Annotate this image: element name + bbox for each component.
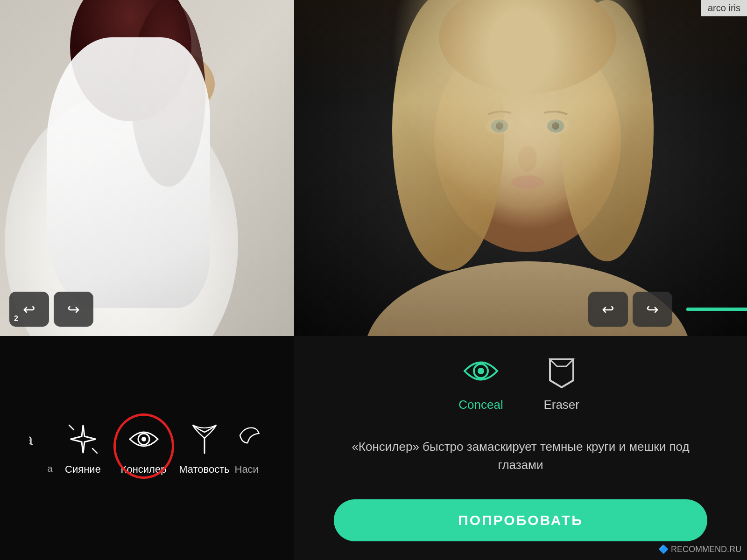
glow-label: Сияние bbox=[65, 463, 101, 476]
concealer-icon bbox=[125, 420, 162, 458]
left-controls: ↩ 2 ↪ bbox=[9, 292, 93, 327]
tool-item-glow[interactable]: Сияние bbox=[53, 420, 113, 476]
undo-button[interactable]: ↩ 2 bbox=[9, 292, 49, 327]
right-undo-icon: ↩ bbox=[602, 301, 614, 318]
undo-count: 2 bbox=[14, 315, 18, 323]
svg-point-5 bbox=[131, 0, 205, 187]
svg-line-23 bbox=[69, 425, 74, 430]
right-controls: ↩ ↪ bbox=[588, 292, 747, 327]
partial-right-icon bbox=[235, 420, 265, 458]
svg-point-11 bbox=[439, 0, 616, 93]
partial-right-label: Наси bbox=[235, 463, 259, 476]
bottom-section: а а Сияние bbox=[0, 336, 747, 560]
svg-point-17 bbox=[552, 122, 559, 130]
svg-text:а: а bbox=[29, 431, 33, 448]
svg-point-19 bbox=[511, 175, 544, 189]
svg-line-24 bbox=[92, 448, 97, 453]
tool-options: Conceal Eraser bbox=[458, 350, 582, 412]
try-button-label: ПОПРОБОВАТЬ bbox=[458, 512, 583, 528]
svg-point-9 bbox=[392, 0, 504, 271]
redo-arrow-icon: ↪ bbox=[67, 301, 80, 318]
svg-point-26 bbox=[141, 437, 146, 441]
conceal-label: Conceal bbox=[458, 398, 503, 412]
right-redo-button[interactable]: ↪ bbox=[633, 292, 672, 327]
tool-item-concealer[interactable]: Консилер bbox=[113, 420, 174, 476]
svg-point-13 bbox=[542, 118, 570, 134]
tools-panel: а а Сияние bbox=[0, 336, 294, 560]
redo-button[interactable]: ↪ bbox=[54, 292, 93, 327]
glow-icon bbox=[64, 420, 102, 458]
svg-point-16 bbox=[547, 119, 564, 133]
tool-item-partial-right[interactable]: Наси bbox=[235, 420, 265, 476]
top-section: ↩ 2 ↪ bbox=[0, 0, 747, 336]
brightness-slider[interactable] bbox=[677, 292, 747, 327]
eraser-label: Eraser bbox=[543, 398, 579, 412]
right-redo-icon: ↪ bbox=[646, 301, 659, 318]
tools-bar: а а Сияние bbox=[5, 420, 289, 476]
partial-left-icon: а bbox=[29, 420, 53, 458]
conceal-option[interactable]: Conceal bbox=[458, 350, 503, 412]
svg-point-15 bbox=[496, 122, 503, 130]
partial-left-label: а bbox=[47, 463, 52, 474]
recommend-icon: 🔷 bbox=[658, 545, 669, 554]
arco-badge: arco iris bbox=[701, 0, 747, 16]
tool-item-matte[interactable]: Матовость bbox=[174, 420, 235, 476]
eraser-option[interactable]: Eraser bbox=[541, 350, 583, 412]
matte-label: Матовость bbox=[179, 463, 230, 476]
svg-rect-6 bbox=[294, 0, 747, 336]
try-button[interactable]: ПОПРОБОВАТЬ bbox=[334, 499, 707, 541]
matte-icon bbox=[186, 420, 223, 458]
eraser-tool-icon bbox=[541, 350, 583, 392]
svg-point-12 bbox=[486, 118, 514, 134]
watermark-text: RECOMMEND.RU bbox=[671, 545, 741, 554]
right-photo: ↩ ↪ bbox=[294, 0, 747, 336]
undo-arrow-icon: ↩ bbox=[23, 301, 35, 318]
watermark: 🔷 RECOMMEND.RU bbox=[658, 544, 741, 554]
svg-point-8 bbox=[434, 28, 621, 252]
description-text: «Консилер» быстро замаскирует темные кру… bbox=[345, 438, 696, 474]
svg-point-14 bbox=[491, 119, 508, 133]
tool-item-partial-left[interactable]: а а bbox=[29, 420, 53, 474]
slider-track bbox=[686, 308, 747, 311]
svg-point-28 bbox=[478, 368, 484, 374]
conceal-panel: Conceal Eraser «Консилер» быстро замаски… bbox=[294, 336, 747, 560]
svg-point-18 bbox=[518, 146, 537, 172]
svg-point-10 bbox=[560, 0, 654, 261]
slider-fill bbox=[686, 308, 747, 311]
conceal-tool-icon bbox=[460, 350, 502, 392]
left-photo: ↩ 2 ↪ bbox=[0, 0, 294, 336]
right-undo-button[interactable]: ↩ bbox=[588, 292, 628, 327]
concealer-label: Консилер bbox=[121, 463, 167, 476]
